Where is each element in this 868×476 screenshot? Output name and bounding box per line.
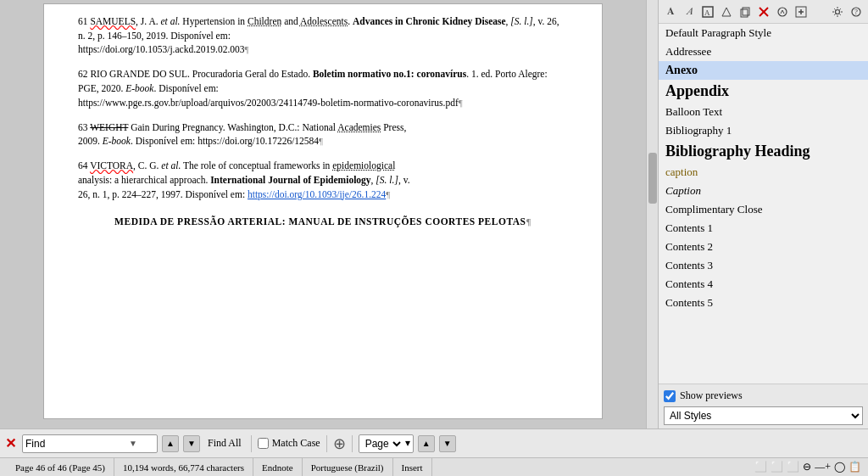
help-icon[interactable]: ? bbox=[848, 3, 865, 20]
status-icon-6: 📋 bbox=[849, 461, 861, 473]
status-word-count: 10,194 words, 66,774 characters bbox=[114, 458, 253, 476]
svg-point-6 bbox=[778, 8, 787, 16]
style-contents-5[interactable]: Contents 5 bbox=[659, 294, 868, 312]
other-search-icon[interactable]: ⊕ bbox=[333, 434, 346, 453]
svg-rect-2 bbox=[741, 9, 748, 17]
svg-rect-3 bbox=[743, 8, 749, 15]
styles-footer: Show previews All Styles bbox=[659, 384, 868, 428]
style-contents-1[interactable]: Contents 1 bbox=[659, 219, 868, 238]
style-anexo[interactable]: Anexo bbox=[659, 61, 868, 80]
status-icon-1: ⬜ bbox=[754, 461, 767, 473]
status-page-info[interactable]: Page 46 of 46 (Page 45) bbox=[7, 458, 114, 476]
reference-64: 64 VICTORA, C. G. et al. The role of con… bbox=[78, 159, 568, 201]
status-icons: ⬜ ⬜ ⬜ ⊖ —+ ◯ 📋 bbox=[748, 461, 861, 473]
doc-scrollbar[interactable] bbox=[646, 0, 658, 428]
find-close-button[interactable]: ✕ bbox=[5, 435, 16, 451]
status-icon-2: ⬜ bbox=[771, 461, 783, 473]
find-all-button[interactable]: Find All bbox=[204, 435, 245, 451]
centered-title: MEDIDA DE PRESSÃO ARTERIAL: MANUAL DE IN… bbox=[78, 215, 568, 228]
style-default-paragraph[interactable]: Default Paragraph Style bbox=[659, 24, 868, 42]
status-bar: Page 46 of 46 (Page 45) 10,194 words, 66… bbox=[0, 457, 868, 476]
find-prev-button[interactable]: ▲ bbox=[162, 435, 179, 452]
style-bibliography-1[interactable]: Bibliography 1 bbox=[659, 121, 868, 140]
edit-style-icon[interactable]: 𝐴 bbox=[681, 3, 698, 20]
find-up-button[interactable]: ▲ bbox=[418, 435, 435, 452]
status-language[interactable]: Portuguese (Brazil) bbox=[303, 458, 393, 476]
match-case-checkbox[interactable] bbox=[258, 438, 269, 449]
find-input[interactable] bbox=[25, 438, 127, 450]
style-contents-2[interactable]: Contents 2 bbox=[659, 238, 868, 256]
styles-panel: 𝐀 𝐴 A ? bbox=[658, 0, 868, 428]
cycle-case-icon[interactable] bbox=[774, 3, 791, 20]
style-caption-lower[interactable]: caption bbox=[659, 163, 868, 182]
style-contents-3[interactable]: Contents 3 bbox=[659, 256, 868, 275]
new-style-icon[interactable]: 𝐀 bbox=[662, 3, 679, 20]
style-balloon-text[interactable]: Balloon Text bbox=[659, 103, 868, 121]
style-contents-4[interactable]: Contents 4 bbox=[659, 275, 868, 294]
style-caption-formal[interactable]: Caption bbox=[659, 182, 868, 200]
style-addressee[interactable]: Addressee bbox=[659, 42, 868, 61]
page-select[interactable]: Page bbox=[362, 437, 403, 451]
status-mode: Insert bbox=[393, 458, 432, 476]
status-icon-4: ⊖ bbox=[803, 461, 811, 473]
status-zoom-controls[interactable]: —+ bbox=[815, 461, 831, 473]
find-separator-3 bbox=[352, 435, 353, 452]
show-previews-label: Show previews bbox=[680, 389, 743, 402]
svg-text:A: A bbox=[704, 8, 710, 17]
reference-62: 62 RIO GRANDE DO SUL. Procuradoria Geral… bbox=[78, 67, 568, 109]
reference-63: 63 WEIGHT Gain During Pregnancy. Washing… bbox=[78, 120, 568, 149]
reference-61: 61 SAMUELS, J. A. et al. Hypertension in… bbox=[78, 14, 568, 57]
find-bar: ✕ ▼ ▲ ▼ Find All Match Case ⊕ Page ▾ ▲ ▼ bbox=[0, 428, 868, 457]
find-separator-1 bbox=[251, 435, 252, 452]
page-content: 61 SAMUELS, J. A. et al. Hypertension in… bbox=[43, 3, 603, 419]
find-down-button[interactable]: ▼ bbox=[439, 435, 456, 452]
page-select-dropdown-icon: ▾ bbox=[405, 437, 410, 450]
delete-style-icon[interactable] bbox=[755, 3, 772, 20]
more-icon[interactable] bbox=[793, 3, 810, 20]
show-previews-checkbox[interactable] bbox=[664, 390, 676, 402]
match-case-label: Match Case bbox=[272, 437, 320, 450]
status-section-name: Endnote bbox=[253, 458, 303, 476]
style-bibliography-heading[interactable]: Bibliography Heading bbox=[659, 140, 868, 163]
find-dropdown-button[interactable]: ▼ bbox=[127, 439, 139, 448]
styles-toolbar: 𝐀 𝐴 A ? bbox=[659, 0, 868, 24]
copy-format-icon[interactable] bbox=[737, 3, 754, 20]
all-styles-select[interactable]: All Styles bbox=[664, 406, 863, 425]
fill-format-icon[interactable] bbox=[718, 3, 735, 20]
page-select-wrapper: Page ▾ bbox=[359, 434, 414, 453]
svg-point-10 bbox=[836, 9, 840, 14]
settings-icon[interactable] bbox=[829, 3, 846, 20]
find-input-wrapper: ▼ bbox=[22, 434, 158, 453]
match-case-row: Match Case bbox=[258, 437, 320, 450]
style-complimentary-close[interactable]: Complimentary Close bbox=[659, 200, 868, 219]
find-separator-2 bbox=[326, 435, 327, 452]
status-icon-5: ◯ bbox=[834, 461, 845, 473]
update-style-icon[interactable]: A bbox=[699, 3, 716, 20]
svg-text:?: ? bbox=[854, 8, 858, 16]
style-appendix[interactable]: Appendix bbox=[659, 80, 868, 103]
styles-list[interactable]: Default Paragraph Style Addressee Anexo … bbox=[659, 24, 868, 384]
scrollbar-thumb[interactable] bbox=[648, 153, 657, 204]
show-previews-row: Show previews bbox=[664, 388, 863, 404]
find-next-button[interactable]: ▼ bbox=[183, 435, 200, 452]
document-area: 61 SAMUELS, J. A. et al. Hypertension in… bbox=[0, 0, 646, 428]
status-icon-3: ⬜ bbox=[787, 461, 799, 473]
